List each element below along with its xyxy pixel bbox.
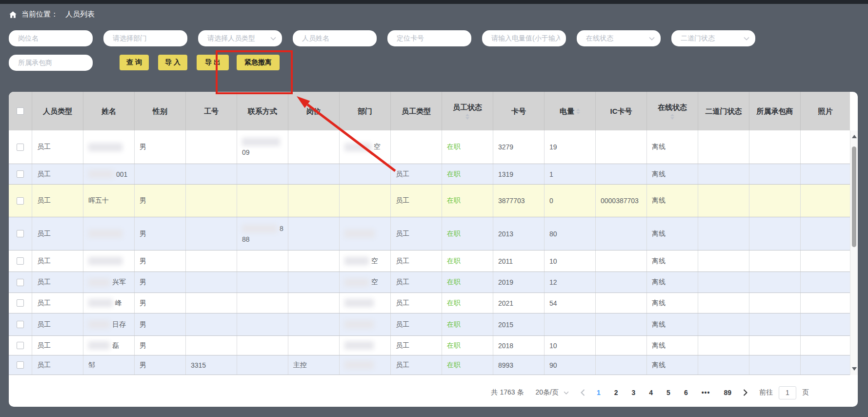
cell-workNo xyxy=(186,217,237,250)
cell-battery: 10 xyxy=(545,250,596,271)
cell-post xyxy=(288,313,340,335)
page-number-3[interactable]: 3 xyxy=(632,389,636,396)
cell-contact xyxy=(237,185,288,217)
row-checkbox[interactable] xyxy=(17,279,24,286)
cell-post: 主控 xyxy=(288,355,340,375)
blurred-text xyxy=(88,143,122,151)
cell-cardNo: 3279 xyxy=(493,130,545,164)
online-status-placeholder: 在线状态 xyxy=(586,34,649,43)
page-ellipsis[interactable]: ••• xyxy=(702,389,710,396)
person-type-select[interactable]: 请选择人员类型 xyxy=(198,30,282,46)
cell-name: 兴军 xyxy=(83,272,135,292)
page-number-5[interactable]: 5 xyxy=(666,389,670,396)
page-number-6[interactable]: 6 xyxy=(684,389,688,396)
post-name-input[interactable]: 岗位名 xyxy=(9,30,93,46)
cell-sex: 男 xyxy=(135,272,186,292)
cell-name: 邹 xyxy=(83,355,135,375)
page-number-89[interactable]: 89 xyxy=(724,389,731,396)
cell-cardNo: 2021 xyxy=(493,293,545,313)
select-all-checkbox[interactable] xyxy=(17,107,24,115)
header-select-all[interactable] xyxy=(9,92,32,130)
person-name-input[interactable]: 人员姓名 xyxy=(293,30,377,46)
vertical-scrollbar[interactable] xyxy=(850,130,858,375)
battery-value-input[interactable]: 请输入电量值(小于输入) xyxy=(482,30,566,46)
cell-name xyxy=(83,250,135,271)
cell-empType: 员工 xyxy=(391,217,442,250)
cell-cardNo: 2013 xyxy=(493,217,545,250)
table-body: 员工男09空在职327919离线员工001员工在职13191离线员工晖五十男员工… xyxy=(9,130,858,375)
page-number-1[interactable]: 1 xyxy=(597,389,601,396)
department-input[interactable]: 请选择部门 xyxy=(103,30,187,46)
cell-personType: 员工 xyxy=(32,185,83,217)
cell-contact xyxy=(237,293,288,313)
goto-page-input[interactable] xyxy=(779,386,796,399)
page-number-4[interactable]: 4 xyxy=(649,389,653,396)
row-checkbox[interactable] xyxy=(17,230,24,237)
cell-contractor xyxy=(749,130,801,164)
prev-page-icon[interactable] xyxy=(581,389,585,396)
cell-empStatus: 在职 xyxy=(442,164,493,184)
personnel-table-card: 人员类型姓名性别工号联系方式岗位部门员工类型员工状态卡号电量IC卡号在线状态二道… xyxy=(9,92,858,407)
cell-checkbox xyxy=(9,217,32,250)
cell-empStatus: 在职 xyxy=(442,250,493,271)
row-checkbox[interactable] xyxy=(17,321,24,328)
contractor-input[interactable]: 所属承包商 xyxy=(9,55,93,71)
scrollbar-thumb[interactable] xyxy=(852,146,856,247)
next-page-icon[interactable] xyxy=(743,389,747,396)
search-button[interactable]: 查 询 xyxy=(120,55,149,70)
cell-contact xyxy=(237,250,288,271)
cell-checkbox xyxy=(9,355,32,375)
blurred-text xyxy=(344,361,374,369)
row-checkbox[interactable] xyxy=(17,299,24,307)
row-checkbox[interactable] xyxy=(17,342,24,349)
scroll-up-icon[interactable] xyxy=(852,135,857,138)
online-status-select[interactable]: 在线状态 xyxy=(577,30,661,46)
cell-contractor xyxy=(749,355,801,375)
header-battery[interactable]: 电量 xyxy=(545,92,596,130)
header-photo: 照片 xyxy=(801,92,850,130)
cell-empStatus: 在职 xyxy=(442,272,493,292)
sort-carets-icon[interactable] xyxy=(576,108,580,114)
table-row: 员工001员工在职13191离线 xyxy=(9,164,850,185)
cell-sex: 男 xyxy=(135,250,186,271)
person-type-placeholder: 请选择人员类型 xyxy=(207,34,270,43)
cell-door xyxy=(698,250,749,271)
contractor-placeholder: 所属承包商 xyxy=(18,59,87,67)
cell-contractor xyxy=(749,336,801,355)
page-numbers: 123456•••89 xyxy=(597,389,731,396)
sort-carets-icon[interactable] xyxy=(670,114,674,120)
cell-name: 日存 xyxy=(83,313,135,335)
row-checkbox[interactable] xyxy=(17,170,24,178)
sort-carets-icon[interactable] xyxy=(465,114,469,120)
cell-online: 离线 xyxy=(647,272,698,292)
row-checkbox[interactable] xyxy=(17,361,24,369)
header-online[interactable]: 在线状态 xyxy=(647,92,698,130)
cell-name: 峰 xyxy=(83,293,135,313)
cell-photo xyxy=(801,250,850,271)
cell-name: 磊 xyxy=(83,336,135,355)
row-checkbox[interactable] xyxy=(17,197,24,205)
cell-battery: 12 xyxy=(545,272,596,292)
import-button[interactable]: 导 入 xyxy=(158,55,187,70)
cell-empType: 员工 xyxy=(391,185,442,217)
locator-card-input[interactable]: 定位卡号 xyxy=(387,30,471,46)
cell-cardNo: 2018 xyxy=(493,336,545,355)
cell-online: 离线 xyxy=(647,355,698,375)
page-number-2[interactable]: 2 xyxy=(614,389,618,396)
row-checkbox[interactable] xyxy=(17,144,24,151)
door-status-select[interactable]: 二道门状态 xyxy=(671,30,755,46)
chevron-down-icon xyxy=(270,37,276,41)
cell-cardNo: 2019 xyxy=(493,272,545,292)
goto-label: 前往 xyxy=(759,388,773,397)
cell-contact: 09 xyxy=(237,130,288,164)
row-checkbox[interactable] xyxy=(17,257,24,265)
cell-battery: 54 xyxy=(545,293,596,313)
cell-door xyxy=(698,217,749,250)
table-row: 员工日存男员工在职2015离线 xyxy=(9,313,850,336)
cell-empStatus: 在职 xyxy=(442,336,493,355)
header-empStatus[interactable]: 员工状态 xyxy=(442,92,493,130)
page-size-select[interactable]: 20条/页 xyxy=(535,388,568,397)
scroll-down-icon[interactable] xyxy=(852,367,857,371)
cell-icCard xyxy=(596,313,647,335)
cell-post xyxy=(288,250,340,271)
